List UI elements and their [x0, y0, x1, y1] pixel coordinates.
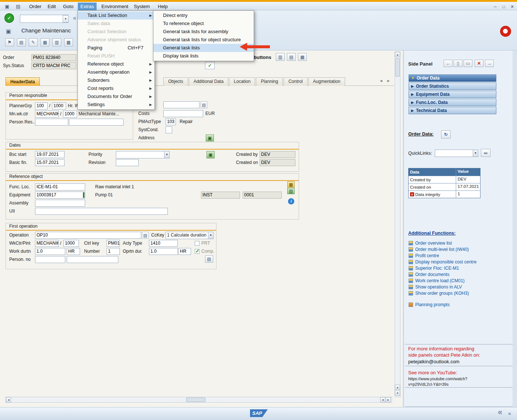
hierarchy-icon[interactable]: ▦: [41, 38, 49, 46]
equipment-field[interactable]: 10003917: [35, 192, 85, 199]
scroll-page-up-icon[interactable]: ▲: [395, 385, 400, 390]
person-res-name-field[interactable]: [69, 119, 124, 126]
tab-scroll-right-icon[interactable]: ►: [386, 78, 391, 83]
cckey-select[interactable]: 1 Calculate duration ▼: [166, 232, 214, 239]
menu-item-task-list-selection[interactable]: Task List Selection ▶: [78, 11, 155, 20]
menu-extras[interactable]: Extras: [78, 3, 97, 10]
collapse-sidepanel-icon[interactable]: «: [498, 407, 502, 417]
mnwkctr-plant-field[interactable]: 1000: [63, 111, 77, 118]
menu-goto[interactable]: Goto: [60, 3, 76, 10]
menu-system[interactable]: System: [131, 3, 152, 10]
ctrl-key-field[interactable]: PM01: [107, 240, 120, 247]
binoculars-icon[interactable]: ∞: [481, 149, 490, 157]
notif-field[interactable]: [163, 101, 199, 108]
panel-close-icon[interactable]: ✕: [475, 60, 483, 67]
close-button[interactable]: ✕: [509, 4, 516, 10]
menu-item-cost-reports[interactable]: Cost reports ▶: [78, 84, 155, 92]
uii-field[interactable]: [35, 208, 168, 215]
maximize-button[interactable]: □: [500, 4, 507, 10]
quicklinks-select[interactable]: ▼: [435, 150, 478, 157]
menu-item-to-reference-object[interactable]: To reference object: [153, 20, 254, 28]
info-icon[interactable]: i: [288, 198, 294, 204]
system-menu-icon[interactable]: ▣: [2, 3, 12, 10]
oprtn-dur-unit-field[interactable]: HR: [178, 248, 191, 255]
menu-item-general-task-lists[interactable]: General task lists: [153, 44, 254, 52]
tab-location[interactable]: Location: [229, 77, 255, 86]
func-loc-field[interactable]: ICE-M1-01: [35, 183, 85, 190]
menu-edit[interactable]: Edit: [45, 3, 58, 10]
assembly-field[interactable]: [35, 200, 85, 207]
acty-type-field[interactable]: 1410: [149, 240, 178, 247]
oprtn-dur-field[interactable]: 1.0: [149, 248, 178, 255]
costs-field[interactable]: [163, 110, 203, 117]
tab-additional-data[interactable]: Additional Data: [189, 77, 228, 86]
accordion-funcloc-data[interactable]: ▶ Func.Loc. Data: [409, 99, 496, 106]
collapse-toolbar-icon[interactable]: «: [73, 15, 76, 21]
link-planning-prompts[interactable]: Planning prompts: [409, 301, 450, 308]
link-order-overview-list[interactable]: Order overview list: [409, 240, 510, 246]
menu-item-reference-object[interactable]: Reference object ▶: [78, 60, 155, 68]
scroll-up-icon[interactable]: ▲: [395, 52, 400, 57]
basic-fin-field[interactable]: 15.07.2021: [35, 159, 65, 166]
flag-icon[interactable]: ⚑: [5, 38, 14, 46]
accordion-order-statistics[interactable]: ▶ Order Statistics: [409, 83, 496, 90]
plannergrp-plant-field[interactable]: 1000: [52, 102, 66, 109]
person-res-field[interactable]: [35, 119, 68, 126]
link-order-documents[interactable]: Order documents: [409, 271, 510, 277]
menu-item-documents-for-order[interactable]: Documents for Order ▶: [78, 92, 155, 101]
refresh-icon[interactable]: ↻: [441, 130, 451, 139]
scroll-right-icon[interactable]: ►: [386, 397, 391, 402]
menu-item-settings[interactable]: Settings ▶: [78, 101, 155, 109]
menu-help[interactable]: Help: [155, 3, 170, 10]
accordion-equipment-data[interactable]: ▶ Equipment Data: [409, 91, 496, 98]
panel-layout-icon[interactable]: ▯: [454, 60, 462, 67]
panel-nav-left-icon[interactable]: ←: [444, 60, 452, 67]
link-work-centre-load[interactable]: Work centre load (CM01): [409, 277, 510, 284]
number-field[interactable]: 1: [107, 248, 120, 255]
command-dropdown-icon[interactable]: ▼: [63, 15, 69, 22]
panel-split-icon[interactable]: ▭: [464, 60, 472, 67]
person-no-name-field[interactable]: [67, 256, 118, 263]
operation-field[interactable]: OP10: [35, 232, 141, 239]
pmacttype-field[interactable]: 103: [166, 118, 176, 125]
menu-item-display-task-lists[interactable]: Display task lists: [153, 52, 254, 60]
vertical-scroll-thumb[interactable]: [395, 58, 400, 77]
menu-item-assembly-operation[interactable]: Assembly operation ▶: [78, 68, 155, 76]
link-profit-centre[interactable]: Profit centre: [409, 252, 510, 259]
scroll-down-icon[interactable]: ▼: [395, 391, 400, 396]
work-durtn-unit-field[interactable]: HR: [67, 248, 80, 255]
structure-list-icon[interactable]: ▦: [287, 181, 295, 188]
scroll-left-icon[interactable]: ◄: [6, 397, 11, 402]
scroll-page-right-icon[interactable]: ◄: [380, 397, 385, 402]
work-durtn-field[interactable]: 1.0: [35, 248, 65, 255]
panel-nav-right-icon[interactable]: →: [485, 60, 494, 67]
menu-item-general-task-lists-for-object-structure[interactable]: General task lists for object structure: [153, 36, 254, 44]
status-check-icon[interactable]: ✓: [205, 62, 215, 69]
bsc-start-field[interactable]: 19.07.2021: [35, 151, 65, 158]
tab-augmentation[interactable]: Augmentation: [308, 77, 345, 86]
revision-field[interactable]: [116, 159, 139, 166]
dates-matchcode-icon[interactable]: ▣: [207, 151, 215, 158]
prt-checkbox[interactable]: [195, 241, 199, 246]
address-icon[interactable]: ▣: [206, 134, 214, 141]
tab-control[interactable]: Control: [284, 77, 308, 86]
structure-graphic-icon[interactable]: ▥: [287, 188, 295, 194]
menu-order[interactable]: Order: [27, 3, 44, 10]
grid-button-3-icon[interactable]: ▦: [298, 53, 307, 61]
table-view-icon[interactable]: ▥: [52, 38, 61, 46]
operation-detail-icon[interactable]: ▤: [205, 255, 213, 263]
grid-button-2-icon[interactable]: ▤: [287, 53, 296, 61]
person-no-field[interactable]: [35, 256, 65, 263]
menu-item-general-task-lists-for-assembly[interactable]: General task lists for assembly: [153, 28, 254, 36]
create-doc-icon[interactable]: ▤: [201, 101, 207, 108]
accordion-order-data[interactable]: ▼ Order Data: [409, 74, 496, 82]
link-show-order-groups[interactable]: Show order groups (KOH3): [409, 290, 510, 296]
link-show-operations-alv[interactable]: Show operations in ALV: [409, 284, 510, 290]
wkctr-plant-field[interactable]: 1000: [63, 240, 79, 247]
priority-select[interactable]: ▼: [116, 151, 170, 158]
menu-item-suborders[interactable]: Suborders ▶: [78, 76, 155, 84]
plannergrp-field[interactable]: 100: [35, 102, 48, 109]
vertical-scrollbar[interactable]: [395, 52, 400, 397]
menu-environment[interactable]: Environment: [99, 3, 131, 10]
tab-scroll-left-icon[interactable]: ◄: [379, 78, 383, 83]
